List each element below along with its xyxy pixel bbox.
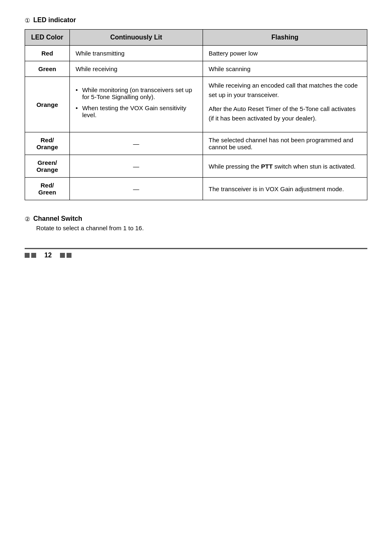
ptt-suffix: switch when stun is activated. (273, 163, 356, 170)
continuously-red: While transmitting (69, 46, 203, 61)
footer-square-1 (25, 253, 30, 258)
section2-header: ② Channel Switch (25, 215, 367, 223)
led-table: LED Color Continuously Lit Flashing Red … (25, 29, 367, 200)
page-number: 12 (44, 252, 52, 259)
led-color-orange: Orange (25, 77, 70, 132)
flashing-orange: While receiving an encoded call that mat… (203, 77, 367, 132)
flashing-red-orange: The selected channel has not been progra… (203, 132, 367, 155)
section1-header: ① LED indicator (25, 16, 367, 24)
flashing-red: Battery power low (203, 46, 367, 61)
orange-bullet-1: While monitoring (on transceivers set up… (76, 86, 197, 100)
flashing-green: While scanning (203, 61, 367, 77)
footer-decorative-left (25, 253, 36, 258)
table-row: Red/ Green — The transceiver is in VOX G… (25, 178, 367, 200)
table-row: Red/ Orange — The selected channel has n… (25, 132, 367, 155)
header-flashing: Flashing (203, 30, 367, 46)
orange-bullet-2: When testing the VOX Gain sensitivity le… (76, 104, 197, 118)
section1-title: LED indicator (33, 16, 76, 24)
orange-flash-para-1: While receiving an encoded call that mat… (209, 81, 361, 99)
section1-number: ① (25, 17, 30, 24)
footer-square-3 (60, 253, 65, 258)
footer-square-4 (67, 253, 71, 258)
orange-flash-para-2: After the Auto Reset Timer of the 5-Tone… (209, 104, 361, 123)
table-header-row: LED Color Continuously Lit Flashing (25, 30, 367, 46)
led-color-green-orange: Green/ Orange (25, 155, 70, 178)
orange-flashing-content: While receiving an encoded call that mat… (209, 81, 361, 123)
led-color-red-green: Red/ Green (25, 178, 70, 200)
table-row: Orange While monitoring (on transceivers… (25, 77, 367, 132)
ptt-label: PTT (261, 163, 272, 170)
table-row: Green While receiving While scanning (25, 61, 367, 77)
table-row: Red While transmitting Battery power low (25, 46, 367, 61)
continuously-green: While receiving (69, 61, 203, 77)
continuously-red-green: — (69, 178, 203, 200)
section2-body: Rotate to select a channel from 1 to 16. (36, 224, 367, 231)
orange-bullet-list: While monitoring (on transceivers set up… (76, 86, 197, 118)
header-led-color: LED Color (25, 30, 70, 46)
continuously-green-orange: — (69, 155, 203, 178)
header-continuously-lit: Continuously Lit (69, 30, 203, 46)
continuously-orange: While monitoring (on transceivers set up… (69, 77, 203, 132)
section2-number: ② (25, 215, 30, 223)
ptt-prefix: While pressing the (209, 163, 261, 170)
led-color-red-orange: Red/ Orange (25, 132, 70, 155)
section2-title: Channel Switch (33, 215, 82, 222)
led-color-green: Green (25, 61, 70, 77)
flashing-green-orange: While pressing the PTT switch when stun … (203, 155, 367, 178)
page-footer: 12 (25, 248, 367, 259)
led-color-red: Red (25, 46, 70, 61)
continuously-red-orange: — (69, 132, 203, 155)
section2: ② Channel Switch Rotate to select a chan… (25, 215, 367, 231)
flashing-red-green: The transceiver is in VOX Gain adjustmen… (203, 178, 367, 200)
table-row: Green/ Orange — While pressing the PTT s… (25, 155, 367, 178)
footer-square-2 (31, 253, 36, 258)
footer-decorative-right (60, 253, 71, 258)
